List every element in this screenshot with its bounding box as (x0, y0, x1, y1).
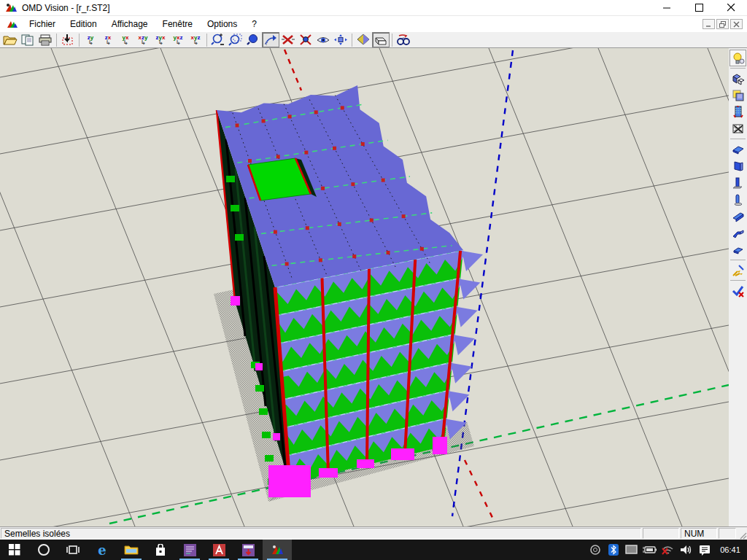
toolbar-separator (392, 34, 392, 47)
display-cubes-icon[interactable] (729, 70, 746, 87)
tray-display-icon[interactable] (622, 540, 640, 560)
menu-fentre[interactable]: Fenêtre (155, 19, 200, 29)
tray-bluetooth-icon[interactable] (604, 540, 622, 560)
toolbar-separator (352, 34, 352, 47)
search-binoculars-icon[interactable] (395, 32, 412, 47)
open-file-icon[interactable] (1, 32, 19, 47)
sidebar-separator (730, 280, 746, 281)
taskbar-edge-icon[interactable]: e (88, 540, 117, 560)
tray-notifications-icon[interactable] (695, 540, 713, 560)
mdi-restore-icon[interactable] (716, 19, 729, 29)
num-lock-indicator: NUM (681, 528, 717, 539)
axis-xyz-icon[interactable]: xyz↳ (187, 32, 204, 47)
slab-tool-icon[interactable] (729, 141, 746, 158)
toolbar-separator (79, 34, 80, 47)
pan-view-icon[interactable] (332, 32, 349, 47)
taskbar-cortana-icon[interactable] (29, 540, 58, 560)
taskbar-store-icon[interactable] (146, 540, 175, 560)
print-icon[interactable] (36, 32, 54, 47)
zoom-window-icon[interactable] (227, 32, 244, 47)
app-logo-icon (4, 2, 18, 14)
menu-fichier[interactable]: Fichier (22, 19, 63, 29)
tray-network-off-icon[interactable] (659, 540, 677, 560)
toolbar-separator (56, 34, 57, 47)
toolbar-separator (206, 34, 207, 47)
layers-panel-icon[interactable] (729, 87, 746, 104)
status-bar: Semelles isolées NUM (0, 526, 747, 540)
mdi-close-icon[interactable] (730, 19, 743, 29)
axis-zyx-icon[interactable]: zyx↳ (152, 32, 169, 47)
validate-check-icon[interactable] (729, 282, 746, 299)
wall-loads-icon[interactable] (729, 104, 746, 120)
taskbar-autocad-icon[interactable] (204, 540, 233, 560)
window-title: OMD Vision - [r_r.ST2] (22, 3, 109, 13)
resize-grip[interactable] (737, 527, 747, 540)
taskbar-start-icon[interactable] (0, 540, 29, 560)
box-3d-icon[interactable] (372, 32, 390, 47)
menu-options[interactable]: Options (200, 19, 244, 29)
taskbar-omd-vision-icon[interactable] (263, 540, 292, 560)
zoom-in-out-icon[interactable] (209, 32, 227, 47)
tray-wireless-display-icon[interactable] (586, 540, 604, 560)
transfer-loads-icon[interactable] (729, 262, 746, 279)
viewport-3d[interactable] (0, 48, 729, 526)
title-bar: OMD Vision - [r_r.ST2] (0, 0, 747, 16)
axis-zy-icon[interactable]: zy↳ (82, 32, 99, 47)
delete-view-icon[interactable] (279, 32, 297, 47)
axis-zx-icon[interactable]: zx↳ (99, 32, 117, 47)
tray-volume-icon[interactable] (677, 540, 695, 560)
menu-affichage[interactable]: Affichage (104, 19, 155, 29)
sidebar-separator (730, 139, 746, 139)
omd-vision-window: OMD Vision - [r_r.ST2] FichierEditionAff… (0, 0, 747, 560)
windows-taskbar: e06:41 (0, 540, 747, 560)
menu-items: FichierEditionAffichageFenêtreOptions? (22, 17, 264, 31)
zoom-extents-icon[interactable] (244, 32, 262, 47)
mesh-options-icon[interactable] (729, 120, 746, 137)
center-node-icon[interactable] (297, 32, 314, 47)
menu-?[interactable]: ? (244, 19, 264, 29)
axis-yxz-icon[interactable]: yxz↳ (169, 32, 187, 47)
column-tool-icon[interactable] (729, 174, 746, 191)
eye-visibility-icon[interactable] (314, 32, 332, 47)
sidebar-separator (730, 68, 746, 69)
close-icon[interactable] (715, 0, 747, 16)
render-lamp-icon[interactable] (729, 50, 746, 66)
axis-yx-icon[interactable]: yx↳ (117, 32, 134, 47)
import-geometry-icon[interactable] (59, 32, 77, 47)
copy-icon[interactable] (19, 32, 36, 47)
wall-tool-icon[interactable] (729, 158, 746, 174)
right-tool-sidebar (729, 48, 747, 526)
beam-angle-tool-icon[interactable] (729, 225, 746, 241)
menu-bar: FichierEditionAffichageFenêtreOptions? (0, 16, 747, 32)
select-pointer-icon[interactable] (262, 32, 279, 47)
maximize-icon[interactable] (683, 0, 715, 16)
taskbar-clock[interactable]: 06:41 (713, 540, 747, 560)
shade-mode-icon[interactable] (355, 32, 372, 47)
menu-edition[interactable]: Edition (63, 19, 104, 29)
axis-xzy-icon[interactable]: xzy↳ (134, 32, 152, 47)
minimize-icon[interactable] (651, 0, 683, 16)
mdi-minimize-icon[interactable] (703, 19, 715, 29)
main-toolbar: zy↳zx↳yx↳xzy↳zyx↳yxz↳xyz↳ (0, 32, 747, 48)
document-icon (6, 19, 19, 30)
column-round-tool-icon[interactable] (729, 191, 746, 208)
taskbar-explorer-icon[interactable] (117, 540, 146, 560)
plate-tool-icon[interactable] (729, 241, 746, 258)
taskbar-app-download-icon[interactable] (233, 540, 263, 560)
status-pane-1 (643, 528, 679, 539)
taskbar-spacer (292, 540, 586, 560)
taskbar-task-view-icon[interactable] (58, 540, 88, 560)
tray-battery-icon[interactable] (640, 540, 659, 560)
taskbar-app-purple-icon[interactable] (175, 540, 204, 560)
sidebar-separator (730, 260, 746, 260)
beam-tool-icon[interactable] (729, 208, 746, 225)
status-message: Semelles isolées (1, 528, 641, 539)
status-pane-2 (719, 528, 736, 539)
